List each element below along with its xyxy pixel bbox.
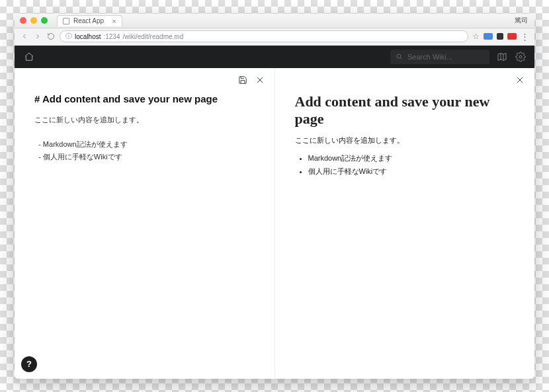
forward-button[interactable]: [33, 32, 42, 41]
toolbar-right: ☆ ⋮: [472, 32, 529, 42]
preview-heading: Add content and save your new page: [295, 93, 517, 128]
list-item: 個人用に手軽なWikiです: [308, 165, 517, 178]
close-tab-icon[interactable]: ×: [112, 17, 116, 25]
url-port: :1234: [103, 33, 120, 40]
star-icon[interactable]: ☆: [472, 32, 480, 41]
extension-icon-2[interactable]: [497, 33, 503, 40]
document-icon: [63, 18, 69, 24]
minimize-window-button[interactable]: [30, 17, 37, 24]
extension-icon-3[interactable]: [507, 33, 517, 40]
editor-title-line[interactable]: # Add content and save your new page: [34, 93, 256, 104]
app-header: Search Wiki...: [15, 46, 534, 68]
help-icon: ?: [26, 359, 32, 369]
close-window-button[interactable]: [20, 17, 26, 24]
svg-line-1: [400, 58, 402, 59]
titlebar: React App × 篤司: [15, 14, 534, 28]
home-button[interactable]: [22, 50, 36, 63]
url-toolbar: ⓘ localhost:1234/wiki/edit/readme.md ☆ ⋮: [15, 28, 534, 46]
url-path: /wiki/edit/readme.md: [123, 33, 184, 40]
save-button[interactable]: [237, 75, 248, 85]
svg-point-4: [519, 56, 522, 58]
content-area: # Add content and save your new page ここに…: [15, 68, 534, 379]
close-preview-button[interactable]: [515, 75, 525, 85]
search-input[interactable]: Search Wiki...: [390, 50, 489, 64]
profile-label[interactable]: 篤司: [515, 16, 528, 25]
search-placeholder: Search Wiki...: [407, 53, 452, 61]
window-controls: [20, 17, 48, 24]
editor-pane: # Add content and save your new page ここに…: [15, 68, 275, 379]
tab-title: React App: [73, 17, 104, 24]
map-icon[interactable]: [496, 51, 508, 63]
gear-icon[interactable]: [515, 51, 527, 63]
preview-pane: Add content and save your new page ここに新し…: [275, 68, 535, 379]
extension-icon-1[interactable]: [484, 33, 493, 40]
list-item: Markdown記法が使えます: [308, 152, 517, 165]
preview-paragraph: ここに新しい内容を追加します。: [295, 136, 517, 145]
browser-window: React App × 篤司 ⓘ localhost:1234/wiki/edi…: [15, 14, 534, 379]
menu-icon[interactable]: ⋮: [521, 32, 529, 42]
editor-toolbar: [237, 75, 265, 85]
url-host: localhost: [75, 33, 101, 40]
reload-button[interactable]: [46, 32, 56, 41]
editor-body[interactable]: ここに新しい内容を追加します。 - Markdown記法が使えます - 個人用に…: [34, 114, 256, 163]
address-bar[interactable]: ⓘ localhost:1234/wiki/edit/readme.md: [60, 30, 468, 42]
svg-point-0: [397, 54, 401, 58]
preview-toolbar: [515, 75, 525, 85]
preview-list: Markdown記法が使えます 個人用に手軽なWikiです: [295, 152, 517, 178]
help-button[interactable]: ?: [21, 356, 37, 372]
browser-tab[interactable]: React App ×: [57, 15, 122, 26]
close-editor-button[interactable]: [255, 75, 265, 85]
back-button[interactable]: [20, 32, 29, 41]
info-icon: ⓘ: [65, 32, 72, 41]
maximize-window-button[interactable]: [41, 17, 48, 24]
